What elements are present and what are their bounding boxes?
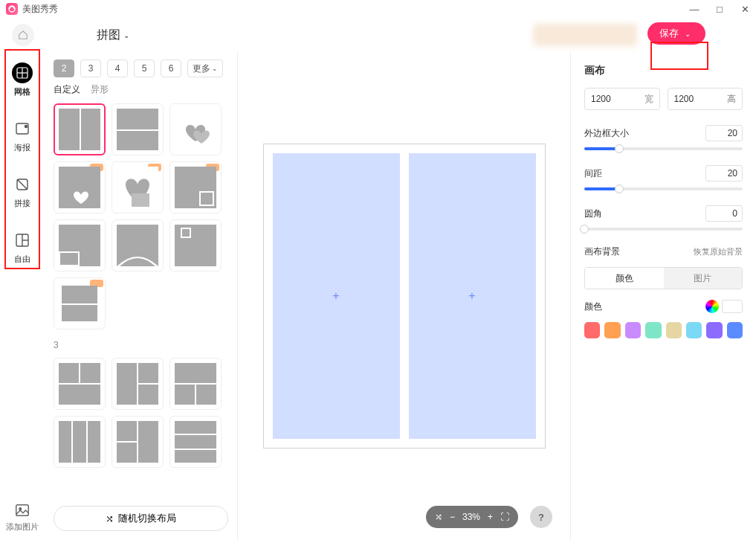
border-value[interactable]: 20 (705, 125, 743, 141)
count-tab-2[interactable]: 2 (54, 60, 74, 77)
template-item[interactable] (112, 219, 164, 271)
width-input[interactable]: 1200 宽 (584, 88, 660, 110)
gap-slider[interactable] (584, 187, 743, 190)
free-icon (12, 230, 33, 251)
nav-item-poster[interactable]: 海报 (12, 118, 33, 153)
template-item[interactable] (54, 219, 106, 271)
template-item[interactable] (54, 161, 106, 213)
canvas-slot-1[interactable]: + (273, 153, 400, 439)
app-name: 美图秀秀 (22, 3, 58, 16)
window-maximize[interactable]: □ (714, 4, 725, 15)
border-slider-row: 外边框大小 20 (584, 125, 743, 150)
template-item[interactable] (169, 416, 222, 468)
color-label: 颜色 (584, 300, 602, 313)
zoom-out-button[interactable]: − (450, 512, 455, 522)
nav-item-free[interactable]: 自由 (12, 230, 33, 265)
bg-type-tabs: 颜色 图片 (584, 267, 743, 289)
bg-tab-color[interactable]: 颜色 (585, 268, 664, 289)
border-slider[interactable] (584, 147, 743, 150)
svg-rect-33 (59, 421, 100, 463)
template-item[interactable] (112, 358, 164, 410)
color-swatch[interactable] (666, 322, 682, 338)
nav-item-stitch[interactable]: 拼接 (12, 174, 33, 209)
count-tab-6[interactable]: 6 (161, 60, 181, 77)
poster-icon (12, 118, 33, 139)
color-swatch[interactable] (604, 322, 620, 338)
current-color-swatch[interactable] (722, 300, 743, 313)
zoom-in-button[interactable]: + (488, 512, 493, 522)
svg-point-5 (25, 126, 28, 128)
chevron-down-icon: ⌄ (685, 30, 691, 38)
shuffle-icon[interactable]: ⤭ (435, 512, 442, 522)
nav-label: 拼接 (14, 198, 30, 209)
svg-rect-39 (175, 421, 216, 463)
add-picture-button[interactable]: 添加图片 (6, 502, 39, 533)
template-item[interactable] (112, 416, 164, 468)
template-item[interactable] (169, 219, 222, 271)
svg-rect-14 (132, 193, 149, 207)
gap-slider-row: 间距 20 (584, 165, 743, 190)
window-minimize[interactable]: — (689, 4, 700, 15)
zoom-level: 33% (462, 512, 480, 522)
svg-rect-23 (182, 229, 190, 237)
save-button[interactable]: 保存 ⌄ (647, 22, 705, 45)
template-item[interactable] (169, 358, 222, 410)
fit-icon[interactable]: ⛶ (500, 512, 509, 522)
height-input[interactable]: 1200 高 (668, 88, 743, 110)
radius-value[interactable]: 0 (705, 205, 743, 222)
random-layout-button[interactable]: ⤭ 随机切换布局 (54, 506, 228, 531)
template-item[interactable] (54, 277, 106, 330)
plus-icon: + (468, 289, 475, 303)
radius-slider[interactable] (584, 228, 743, 231)
mode-dropdown[interactable]: 拼图 ⌄ (97, 28, 129, 43)
color-swatch[interactable] (727, 322, 743, 338)
color-swatches (584, 322, 743, 338)
color-swatch[interactable] (686, 322, 702, 338)
template-item[interactable] (112, 103, 164, 155)
svg-rect-15 (175, 167, 216, 208)
properties-panel: 画布 1200 宽 1200 高 外边框大小 20 间距 20 (570, 52, 756, 540)
topbar: 拼图 ⌄ 保存 ⌄ (0, 18, 756, 52)
template-item[interactable] (112, 161, 164, 213)
color-swatch[interactable] (645, 322, 661, 338)
template-item[interactable] (169, 161, 222, 213)
template-panel: 2 3 4 5 6 更多⌄ 自定义 异形 3 (45, 52, 238, 540)
svg-rect-11 (16, 505, 29, 516)
template-item[interactable] (54, 103, 106, 155)
add-picture-label: 添加图片 (6, 521, 39, 533)
stitch-icon (12, 174, 33, 195)
gap-value[interactable]: 20 (705, 165, 743, 181)
subcategory-tabs: 自定义 异形 (54, 83, 228, 96)
canvas-slot-2[interactable]: + (409, 153, 536, 439)
color-swatch[interactable] (584, 322, 600, 338)
window-close[interactable]: ✕ (740, 4, 750, 15)
help-button[interactable]: ? (530, 506, 552, 528)
template-item[interactable] (54, 358, 106, 410)
image-icon (14, 502, 30, 518)
count-tab-3[interactable]: 3 (80, 60, 101, 77)
radius-label: 圆角 (584, 208, 602, 220)
bg-tab-image[interactable]: 图片 (664, 268, 743, 289)
app-logo (6, 3, 18, 15)
count-tab-5[interactable]: 5 (134, 60, 155, 77)
color-wheel-button[interactable] (705, 300, 719, 313)
subcat-shape[interactable]: 异形 (91, 83, 109, 96)
canvas-toolbar: ⤭ − 33% + ⛶ (426, 506, 518, 528)
gap-label: 间距 (584, 167, 602, 180)
bg-label: 画布背景 (584, 245, 620, 258)
count-tab-more[interactable]: 更多⌄ (187, 60, 223, 77)
color-swatch[interactable] (706, 322, 722, 338)
reset-bg-button[interactable]: 恢复原始背景 (694, 246, 743, 257)
color-swatch[interactable] (625, 322, 641, 338)
nav-item-grid[interactable]: 网格 (12, 62, 33, 97)
template-item[interactable] (54, 416, 106, 468)
home-button[interactable] (12, 24, 34, 46)
count-tab-4[interactable]: 4 (107, 60, 128, 77)
template-item[interactable] (169, 103, 222, 155)
left-nav: 网格 海报 拼接 自由 添加图片 (0, 52, 45, 540)
promo-tag (533, 24, 637, 46)
shuffle-icon: ⤭ (106, 513, 114, 524)
subcat-custom[interactable]: 自定义 (54, 83, 80, 96)
mode-label: 拼图 (97, 28, 120, 43)
canvas-frame[interactable]: + + (263, 144, 546, 449)
